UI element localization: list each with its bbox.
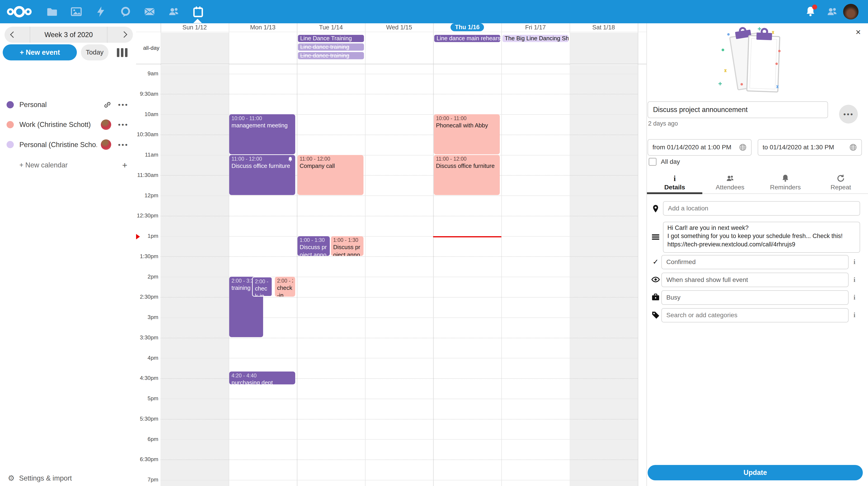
- active-app-indicator: [193, 19, 202, 23]
- calendar-actions-menu[interactable]: ●●●: [118, 102, 129, 107]
- contacts-icon[interactable]: [168, 6, 179, 17]
- grid-line: [160, 256, 638, 257]
- busy-select[interactable]: Busy: [661, 290, 848, 305]
- update-button[interactable]: Update: [648, 465, 863, 481]
- time-label: 11:30am: [136, 172, 158, 178]
- tab-attendees[interactable]: Attendees: [702, 172, 758, 194]
- day-header[interactable]: Fri 1/17: [501, 23, 569, 32]
- day-header[interactable]: Wed 1/15: [365, 23, 433, 32]
- time-grid: 9am9:30am10am10:30am11am11:30am12pm12:30…: [136, 65, 647, 486]
- settings-import-button[interactable]: ⚙ Settings & import: [0, 470, 136, 486]
- calendar-event[interactable]: 2:00 - 2:30check-in: [252, 277, 272, 296]
- calendar-event[interactable]: 4:20 - 4:40purchasing dept: [229, 372, 295, 384]
- today-button[interactable]: Today: [81, 44, 108, 60]
- calendar-event[interactable]: 11:00 - 12:00Discuss office furniture: [434, 155, 500, 195]
- event-title-input[interactable]: [648, 102, 828, 118]
- view-toggle-button[interactable]: [117, 48, 128, 57]
- gear-icon: ⚙: [8, 474, 15, 483]
- all-day-event[interactable]: Line dance training: [298, 52, 364, 59]
- timezone-globe-icon[interactable]: [739, 143, 747, 151]
- next-week-button[interactable]: [121, 31, 127, 38]
- day-header[interactable]: Mon 1/13: [229, 23, 297, 32]
- calendar-actions-menu[interactable]: ●●●: [118, 122, 129, 127]
- location-input[interactable]: [663, 201, 860, 216]
- event-actions-menu-button[interactable]: ●●●: [839, 105, 858, 123]
- week-grid: Sun 1/12Mon 1/13Tue 1/14Wed 1/15Thu 1/16…: [136, 23, 647, 486]
- current-time-line: [433, 236, 501, 237]
- visibility-eye-icon: [651, 275, 660, 284]
- day-header[interactable]: Sun 1/12: [160, 23, 229, 32]
- share-link-icon[interactable]: [103, 101, 111, 109]
- all-day-event[interactable]: Line dance main rehearsal: [434, 35, 500, 42]
- grid-line: [160, 74, 638, 74]
- week-label[interactable]: Week 3 of 2020: [44, 31, 93, 39]
- weekend-shading: [160, 65, 229, 486]
- nextcloud-logo[interactable]: [6, 4, 32, 19]
- all-day-checkbox[interactable]: [649, 158, 656, 166]
- visibility-info-icon[interactable]: i: [854, 276, 855, 284]
- tab-details[interactable]: i Details: [647, 172, 702, 194]
- time-label: 10am: [136, 111, 158, 117]
- categories-input[interactable]: [661, 308, 848, 323]
- plus-icon: +: [122, 160, 127, 170]
- time-label: 2:30pm: [136, 294, 158, 300]
- visibility-select[interactable]: When shared show full event: [661, 273, 848, 287]
- description-textarea[interactable]: Hi Carl! are you in next week? I got som…: [663, 222, 860, 253]
- calendar-event[interactable]: 1:00 - 1:30Discuss project announcement: [298, 236, 330, 256]
- status-info-icon[interactable]: i: [854, 258, 855, 266]
- all-day-row: all-day Line Dance TrainingLine dance tr…: [136, 33, 647, 64]
- calendar-list-item-personal-christine[interactable]: Personal (Christine Scho... ●●●: [0, 136, 136, 153]
- user-avatar[interactable]: [843, 4, 859, 20]
- tab-repeat[interactable]: Repeat: [813, 172, 868, 194]
- activity-icon[interactable]: [95, 6, 106, 17]
- attendees-icon: [726, 174, 734, 182]
- calendar-list-item-personal[interactable]: Personal ●●●: [0, 96, 136, 114]
- time-label: 6:30pm: [136, 456, 158, 462]
- grid-line: [160, 419, 638, 420]
- grid-line: [160, 236, 638, 237]
- calendar-event[interactable]: 1:00 - 1:30Discuss project announcement: [331, 236, 363, 256]
- calendar-actions-menu[interactable]: ●●●: [118, 142, 129, 147]
- day-header[interactable]: Thu 1/16: [433, 23, 501, 32]
- calendar-event[interactable]: 11:00 - 12:00Discuss office furniture: [229, 155, 295, 195]
- all-day-event[interactable]: Line Dance Training: [298, 35, 364, 42]
- close-icon[interactable]: ×: [856, 28, 861, 36]
- new-calendar-button[interactable]: + New calendar +: [0, 157, 136, 173]
- description-icon: [651, 233, 660, 241]
- time-label: 3:30pm: [136, 335, 158, 341]
- grid-line: [160, 480, 638, 480]
- all-day-toggle[interactable]: All day: [649, 158, 680, 166]
- time-label: 12pm: [136, 192, 158, 199]
- day-header[interactable]: Sat 1/18: [569, 23, 638, 32]
- photos-icon[interactable]: [71, 6, 82, 17]
- event-start-field[interactable]: from 01/14/2020 at 1:00 PM: [648, 139, 752, 156]
- weekend-shading: [569, 65, 638, 486]
- new-event-button[interactable]: + New event: [3, 44, 77, 60]
- calendar-color-dot: [6, 101, 14, 108]
- status-select[interactable]: Confirmed: [661, 255, 848, 269]
- shared-by-avatar: [101, 119, 112, 130]
- time-label: 11am: [136, 151, 158, 158]
- mail-icon[interactable]: [144, 6, 155, 17]
- contacts-menu-icon[interactable]: [827, 6, 837, 17]
- categories-info-icon[interactable]: i: [854, 311, 855, 319]
- all-day-event[interactable]: Line dance training: [298, 44, 364, 51]
- calendar-event[interactable]: 2:00 - 2:30check-in: [275, 277, 295, 296]
- talk-icon[interactable]: [120, 6, 131, 17]
- tab-reminders[interactable]: Reminders: [758, 172, 813, 194]
- calendar-event[interactable]: 10:00 - 11:00Phonecall with Abby: [434, 114, 500, 154]
- sidebar: Week 3 of 2020 + New event Today Persona…: [0, 23, 136, 486]
- event-end-field[interactable]: to 01/14/2020 at 1:30 PM: [758, 139, 862, 156]
- busy-info-icon[interactable]: i: [854, 294, 855, 301]
- calendar-event[interactable]: 10:00 - 11:00management meeting: [229, 114, 295, 154]
- day-header[interactable]: Tue 1/14: [297, 23, 365, 32]
- calendar-list-item-work-christine[interactable]: Work (Christine Schott) ●●●: [0, 116, 136, 134]
- previous-week-button[interactable]: [10, 31, 17, 38]
- time-label: 6pm: [136, 436, 158, 442]
- calendar-icon[interactable]: [193, 6, 204, 17]
- timezone-globe-icon[interactable]: [849, 143, 857, 151]
- calendar-event[interactable]: 11:00 - 12:00Company call: [298, 155, 364, 195]
- notifications-bell-icon[interactable]: [805, 6, 816, 17]
- files-icon[interactable]: [46, 6, 58, 17]
- all-day-event[interactable]: The Big Line Dancing Show: [502, 35, 568, 42]
